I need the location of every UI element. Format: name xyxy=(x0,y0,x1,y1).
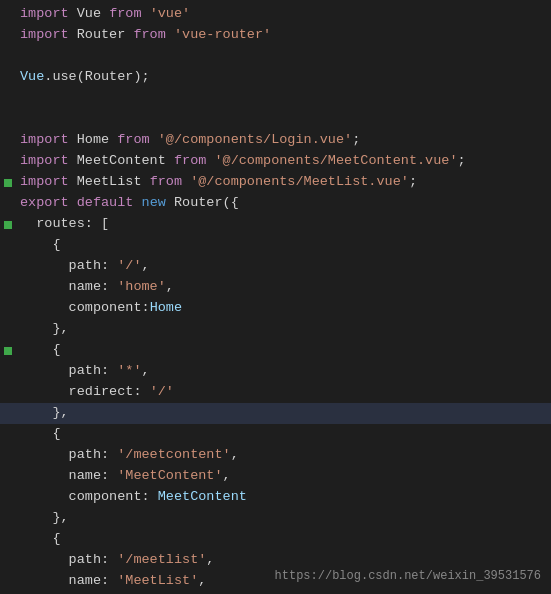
code-line: { xyxy=(0,340,551,361)
token: , xyxy=(166,277,174,298)
token: Router xyxy=(69,25,134,46)
code-line: component:Home xyxy=(0,298,551,319)
token xyxy=(182,172,190,193)
token: 'home' xyxy=(117,277,166,298)
code-line: import Home from '@/components/Login.vue… xyxy=(0,130,551,151)
token: '/meetlist' xyxy=(117,550,206,571)
code-line: path: '*', xyxy=(0,361,551,382)
gutter-marker xyxy=(4,179,12,187)
token: '/' xyxy=(117,256,141,277)
token xyxy=(150,130,158,151)
token: ; xyxy=(352,130,360,151)
gutter-marker xyxy=(4,221,12,229)
code-line xyxy=(0,46,551,67)
token: , xyxy=(142,256,150,277)
token: }, xyxy=(20,508,69,529)
code-line: export default new Router({ xyxy=(0,193,551,214)
code-line: path: '/meetcontent', xyxy=(0,445,551,466)
gutter-marker xyxy=(4,347,12,355)
token: import xyxy=(20,172,69,193)
token xyxy=(69,193,77,214)
code-line: name: 'MeetContent', xyxy=(0,466,551,487)
token: Router({ xyxy=(166,193,239,214)
token xyxy=(206,151,214,172)
code-line: name: 'home', xyxy=(0,277,551,298)
token: 'MeetContent' xyxy=(117,466,222,487)
code-line: import MeetContent from '@/components/Me… xyxy=(0,151,551,172)
token: from xyxy=(133,25,165,46)
code-line: component: MeetContent xyxy=(0,487,551,508)
token: 'vue-router' xyxy=(174,25,271,46)
token: routes: [ xyxy=(20,214,109,235)
token: import xyxy=(20,4,69,25)
token: 'MeetList' xyxy=(117,571,198,592)
url-label: https://blog.csdn.net/weixin_39531576 xyxy=(275,567,541,586)
code-line xyxy=(0,88,551,109)
code-line: path: '/', xyxy=(0,256,551,277)
token xyxy=(133,193,141,214)
code-line: Vue.use(Router); xyxy=(0,67,551,88)
token: { xyxy=(20,235,61,256)
token: }, xyxy=(20,403,69,424)
token: name: xyxy=(20,277,117,298)
token: Vue xyxy=(20,67,44,88)
token: '/meetcontent' xyxy=(117,445,230,466)
token: , xyxy=(142,361,150,382)
token: MeetContent xyxy=(69,151,174,172)
token: Home xyxy=(69,130,118,151)
token xyxy=(166,25,174,46)
code-line: { xyxy=(0,529,551,550)
token: default xyxy=(77,193,134,214)
code-line: { xyxy=(0,235,551,256)
token: path: xyxy=(20,361,117,382)
token: , xyxy=(206,550,214,571)
code-line: redirect: '/' xyxy=(0,382,551,403)
token: new xyxy=(142,193,166,214)
token: 'vue' xyxy=(150,4,191,25)
token: '@/components/MeetList.vue' xyxy=(190,172,409,193)
token: '/' xyxy=(150,382,174,403)
token: path: xyxy=(20,445,117,466)
token: import xyxy=(20,130,69,151)
token: import xyxy=(20,25,69,46)
token xyxy=(142,4,150,25)
token: from xyxy=(117,130,149,151)
code-line: }, xyxy=(0,508,551,529)
token: path: xyxy=(20,550,117,571)
code-line: }, xyxy=(0,403,551,424)
token: import xyxy=(20,151,69,172)
token: name: xyxy=(20,571,117,592)
token: MeetList xyxy=(69,172,150,193)
code-line: import Vue from 'vue' xyxy=(0,4,551,25)
token: '@/components/Login.vue' xyxy=(158,130,352,151)
token: { xyxy=(20,529,61,550)
token: from xyxy=(109,4,141,25)
token: path: xyxy=(20,256,117,277)
code-line: }, xyxy=(0,319,551,340)
token: , xyxy=(223,466,231,487)
token: ; xyxy=(409,172,417,193)
code-line: import Router from 'vue-router' xyxy=(0,25,551,46)
token: Vue xyxy=(69,4,110,25)
token: ; xyxy=(458,151,466,172)
token: Home xyxy=(150,298,182,319)
code-line: { xyxy=(0,424,551,445)
token: .use(Router); xyxy=(44,67,149,88)
token: }, xyxy=(20,319,69,340)
code-line: import MeetList from '@/components/MeetL… xyxy=(0,172,551,193)
token: redirect: xyxy=(20,382,150,403)
code-line: routes: [ xyxy=(0,214,551,235)
token: component: xyxy=(20,298,150,319)
token: MeetContent xyxy=(158,487,247,508)
token: , xyxy=(231,445,239,466)
token: component: xyxy=(20,487,158,508)
token: '*' xyxy=(117,361,141,382)
token: { xyxy=(20,424,61,445)
token: from xyxy=(150,172,182,193)
code-editor: import Vue from 'vue'import Router from … xyxy=(0,0,551,594)
token: name: xyxy=(20,466,117,487)
code-line xyxy=(0,109,551,130)
token: , xyxy=(198,571,206,592)
token: from xyxy=(174,151,206,172)
token: { xyxy=(20,340,61,361)
